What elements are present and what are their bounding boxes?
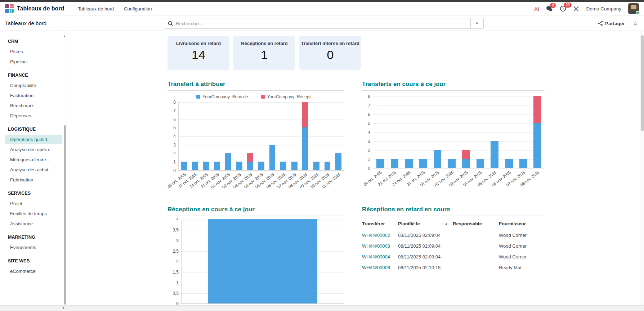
bar-slot <box>502 96 516 168</box>
breadcrumb[interactable]: Tableaux de bord <box>5 20 46 26</box>
y-tick-label: 0 <box>368 166 370 171</box>
tools-icon[interactable] <box>573 6 579 12</box>
kpi-value: 0 <box>299 48 361 62</box>
bar <box>214 162 220 170</box>
sidebar-item-comptabilit[interactable]: Comptabilité <box>5 81 62 90</box>
bar-segment <box>291 162 298 170</box>
sidebar-item-fabrication[interactable]: Fabrication <box>5 175 62 185</box>
bar-slots <box>373 96 545 168</box>
transfer-link[interactable]: WH/IN/00003 <box>362 243 398 249</box>
chart-plot: 012345678 <box>362 96 545 168</box>
ai-icon[interactable]: AI <box>534 6 539 12</box>
main-scrollbar-thumb[interactable] <box>641 35 644 131</box>
sidebar-section-site-web: SITE WEB <box>0 253 67 266</box>
bar-slot <box>516 96 531 168</box>
bar-slot <box>190 102 201 170</box>
sidebar-item-pipeline[interactable]: Pipeline <box>5 57 62 67</box>
sidebar-item-ecommerce[interactable]: eCommerce <box>5 266 62 276</box>
company-switcher[interactable]: Demo Company <box>586 6 621 12</box>
legend-swatch-icon <box>196 95 200 99</box>
bar <box>181 162 187 170</box>
bar <box>448 159 456 168</box>
bar-slot <box>333 102 344 170</box>
sidebar-item-d-penses[interactable]: Dépenses <box>5 111 62 121</box>
bar-segment <box>462 159 470 168</box>
activities-clock-icon[interactable]: 29 <box>560 5 566 12</box>
y-tick-label: 0,5 <box>173 291 179 296</box>
bar-segment <box>247 162 253 170</box>
sidebar-section-crm: CRM <box>0 33 67 46</box>
column-header-transf-rer[interactable]: Transférer <box>362 221 398 226</box>
column-header-label: Planifié le <box>398 221 420 226</box>
bar-segment <box>208 219 317 303</box>
bar-slot <box>223 102 234 170</box>
bar-slot <box>278 102 289 170</box>
sidebar-item-analyse-des-op-ra[interactable]: Analyse des opéra... <box>5 145 62 154</box>
column-header-planifi-le[interactable]: Planifié le▲ <box>398 221 453 226</box>
y-tick-label: 2 <box>368 148 370 153</box>
y-tick-label: 6 <box>173 117 176 122</box>
sidebar-item-pistes[interactable]: Pistes <box>5 47 62 57</box>
main-scrollbar[interactable] <box>640 31 644 305</box>
y-tick-label: 4 <box>173 134 176 139</box>
bar <box>491 141 498 168</box>
bar-slot <box>289 102 300 170</box>
y-tick-label: 0 <box>173 168 176 173</box>
column-header-responsable[interactable]: Responsable <box>453 221 499 226</box>
search-dropdown-toggle[interactable]: ▼ <box>470 18 483 28</box>
bar-segment <box>462 150 470 159</box>
bar-segment <box>313 162 319 170</box>
bar-segment <box>214 162 220 170</box>
transfer-link[interactable]: WH/IN/00006 <box>362 265 398 270</box>
sidebar-scroll-up-icon[interactable]: ▲ <box>63 35 66 38</box>
bar-slot <box>430 96 445 168</box>
messages-icon[interactable]: 9 <box>546 6 553 12</box>
transfer-link[interactable]: WH/IN/00002 <box>362 233 398 238</box>
bar-slot <box>267 102 278 170</box>
sidebar-item-benchmark[interactable]: Benchmark <box>5 101 62 111</box>
y-tick-label: 2,5 <box>173 249 179 254</box>
sidebar-item-assistance[interactable]: Assistance <box>5 219 62 229</box>
bar-slot <box>322 102 333 170</box>
sidebar-item-m-triques-d-entre[interactable]: Métriques d'entre... <box>5 155 62 164</box>
y-tick-label: 1,5 <box>173 270 179 275</box>
online-status-dot <box>636 11 639 14</box>
user-avatar[interactable] <box>628 3 639 14</box>
bar <box>335 153 341 171</box>
menu-tableaux-de-bord[interactable]: Tableaux de bord <box>73 4 118 14</box>
y-tick-label: 3 <box>173 143 176 148</box>
sidebar-item-projet[interactable]: Projet <box>5 199 62 208</box>
table-cell: Wood Corner <box>499 233 545 238</box>
y-tick-label: 2 <box>176 259 179 264</box>
y-tick-label: 4 <box>368 130 370 135</box>
app-title[interactable]: Tableaux de bord <box>17 5 64 12</box>
sidebar-scroll-down-icon[interactable]: ▼ <box>62 306 65 310</box>
column-header-fournisseur[interactable]: Fournisseur <box>499 221 545 226</box>
chart-x-axis: 08 oct. 202521 oct. 202524 oct. 202531 o… <box>178 171 344 191</box>
y-tick-label: 8 <box>368 94 370 99</box>
menu-configuration[interactable]: Configuration <box>120 4 156 14</box>
y-tick-label: 6 <box>368 112 370 117</box>
bar-segment <box>491 141 498 168</box>
bar <box>391 159 399 168</box>
search-input[interactable] <box>176 21 470 26</box>
bar-segment <box>477 159 484 168</box>
chart-y-axis: 00,511,522,533,54 <box>167 220 181 304</box>
transfer-link[interactable]: WH/IN/00004 <box>362 254 398 260</box>
bar <box>225 153 231 171</box>
sidebar-item-op-rations-quotid[interactable]: Opérations quotid... <box>5 135 62 144</box>
bar <box>376 159 384 168</box>
chart-panel-transferts-en-cours-ce-jour: Transferts en cours à ce jour01234567808… <box>362 81 545 191</box>
sidebar-scrollbar-thumb[interactable] <box>64 125 66 305</box>
bar <box>505 159 513 168</box>
favorite-star-icon[interactable]: ☆ <box>633 20 638 27</box>
bar <box>462 150 470 168</box>
dashboards-app-icon[interactable] <box>5 4 14 13</box>
sidebar-item-v-nements[interactable]: Événements <box>5 243 62 252</box>
chart-y-axis: 012345678 <box>167 102 178 171</box>
kpi-label: Réceptions en retard <box>233 41 295 46</box>
sidebar-item-facturation[interactable]: Facturation <box>5 91 62 100</box>
share-button[interactable]: Partager <box>598 21 625 26</box>
sidebar-item-analyse-des-achat[interactable]: Analyse des achat... <box>5 165 62 175</box>
sidebar-item-feuilles-de-temps[interactable]: Feuilles de temps <box>5 209 62 218</box>
